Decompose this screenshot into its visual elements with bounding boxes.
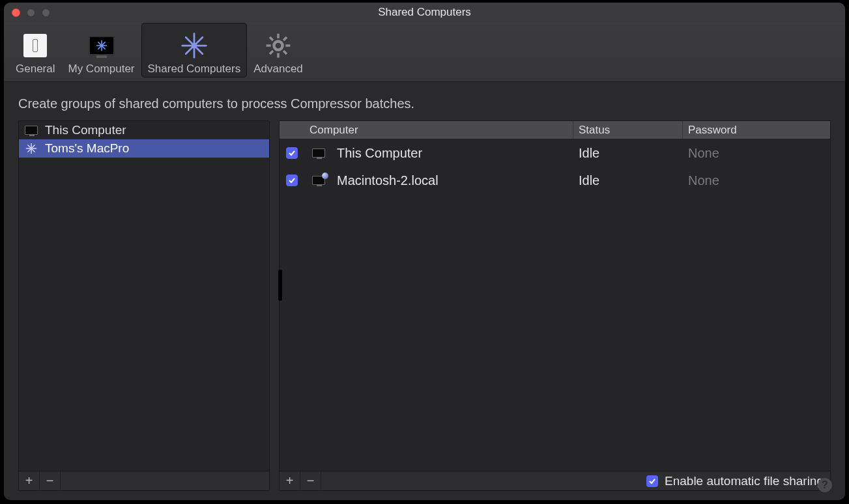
computers-panel: Computer Status Password This Compu bbox=[279, 120, 831, 491]
monitor-icon bbox=[309, 148, 328, 158]
computers-list[interactable]: This Computer Idle None M bbox=[280, 139, 830, 471]
tab-shared-computers[interactable]: Shared Computers bbox=[141, 23, 248, 77]
file-sharing-label: Enable automatic file sharing bbox=[665, 474, 824, 488]
computers-footer: + − Enable automatic file sharing bbox=[280, 471, 830, 490]
description-text: Create groups of shared computers to pro… bbox=[18, 96, 831, 111]
table-row[interactable]: This Computer Idle None bbox=[280, 139, 830, 167]
tab-general[interactable]: General bbox=[9, 23, 61, 77]
snowflake-icon bbox=[180, 31, 209, 60]
zoom-button[interactable] bbox=[42, 8, 50, 17]
column-computer[interactable]: Computer bbox=[304, 121, 573, 139]
computer-name: This Computer bbox=[337, 146, 422, 161]
file-sharing-checkbox[interactable] bbox=[646, 475, 658, 487]
titlebar[interactable]: Shared Computers bbox=[4, 3, 845, 22]
password-cell: None bbox=[683, 167, 830, 194]
column-status[interactable]: Status bbox=[573, 121, 683, 139]
split-handle[interactable] bbox=[278, 270, 282, 301]
row-checkbox[interactable] bbox=[286, 147, 298, 159]
groups-footer: + − bbox=[19, 471, 269, 490]
status-cell: Idle bbox=[573, 139, 683, 167]
traffic-lights bbox=[12, 8, 50, 17]
group-row-toms-macpro[interactable]: Toms's MacPro bbox=[19, 139, 269, 158]
groups-list[interactable]: This Computer Toms's MacPro bbox=[19, 121, 269, 471]
preferences-window: Shared Computers General My Computer bbox=[4, 3, 845, 500]
help-button[interactable]: ? bbox=[818, 478, 832, 492]
table-row[interactable]: Macintosh-2.local Idle None bbox=[280, 167, 830, 194]
column-password[interactable]: Password bbox=[683, 121, 830, 139]
tab-advanced[interactable]: Advanced bbox=[247, 23, 309, 77]
monitor-icon bbox=[24, 126, 38, 135]
switch-icon bbox=[21, 31, 50, 60]
toolbar: General My Computer Shared Computers bbox=[4, 22, 845, 82]
row-checkbox[interactable] bbox=[286, 175, 298, 186]
content-area: Create groups of shared computers to pro… bbox=[4, 82, 845, 500]
close-button[interactable] bbox=[12, 8, 20, 17]
remove-group-button[interactable]: − bbox=[40, 471, 61, 491]
password-cell: None bbox=[683, 139, 830, 167]
monitor-snowflake-icon bbox=[87, 31, 116, 60]
split-panes: This Computer Toms's MacPro + − bbox=[18, 120, 831, 491]
minimize-button[interactable] bbox=[27, 8, 35, 17]
group-row-this-computer[interactable]: This Computer bbox=[19, 121, 269, 139]
add-computer-button[interactable]: + bbox=[280, 471, 300, 491]
status-cell: Idle bbox=[573, 167, 683, 194]
snowflake-icon bbox=[24, 143, 38, 154]
gear-icon bbox=[264, 31, 293, 60]
computer-name: Macintosh-2.local bbox=[337, 173, 439, 188]
group-label: Toms's MacPro bbox=[45, 141, 129, 156]
tab-my-computer[interactable]: My Computer bbox=[61, 23, 141, 77]
remove-computer-button[interactable]: − bbox=[300, 471, 321, 491]
window-title: Shared Computers bbox=[378, 6, 471, 19]
group-label: This Computer bbox=[45, 123, 126, 137]
column-checkbox[interactable] bbox=[280, 121, 304, 139]
groups-panel: This Computer Toms's MacPro + − bbox=[18, 120, 270, 491]
add-group-button[interactable]: + bbox=[19, 471, 40, 491]
table-header: Computer Status Password bbox=[280, 121, 830, 139]
file-sharing-option[interactable]: Enable automatic file sharing bbox=[646, 474, 830, 488]
svg-point-8 bbox=[192, 44, 196, 48]
network-monitor-icon bbox=[309, 176, 328, 185]
